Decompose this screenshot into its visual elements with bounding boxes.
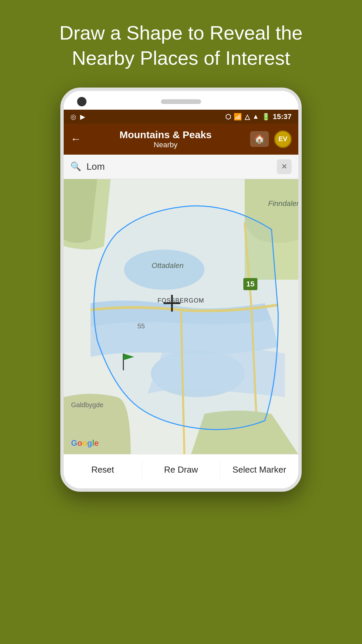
reset-button[interactable]: Reset bbox=[64, 461, 142, 478]
app-subtitle: Nearby bbox=[88, 141, 243, 149]
phone-camera bbox=[77, 97, 86, 106]
status-icon-gps: ⬡ bbox=[225, 113, 231, 121]
svg-text:Finndalen: Finndalen bbox=[268, 199, 298, 208]
status-right: ⬡ 📶 △ ▲ 🔋 15:37 bbox=[225, 112, 292, 121]
status-icon-signal1: △ bbox=[245, 113, 250, 121]
status-icon-location-dot: ◎ bbox=[70, 113, 76, 121]
bottom-bar: Reset Re Draw Select Marker bbox=[64, 454, 298, 488]
status-icon-wifi: 📶 bbox=[234, 113, 242, 121]
map-area[interactable]: 15 Ottadalen Finndalen FOSSBERGOM 55 Gal… bbox=[64, 179, 298, 454]
app-title: Mountains & Peaks bbox=[88, 129, 243, 141]
app-bar: ← Mountains & Peaks Nearby 🏠 EV bbox=[64, 124, 298, 155]
status-icon-signal2: ▲ bbox=[252, 113, 259, 120]
svg-text:FOSSBERGOM: FOSSBERGOM bbox=[158, 297, 204, 304]
status-time: 15:37 bbox=[273, 112, 292, 121]
headline: Draw a Shape to Reveal the Nearby Places… bbox=[0, 0, 362, 84]
status-icon-battery: 🔋 bbox=[262, 113, 270, 121]
phone-speaker bbox=[161, 99, 201, 104]
search-icon: 🔍 bbox=[70, 161, 81, 172]
search-clear-button[interactable]: ✕ bbox=[277, 159, 292, 174]
back-button[interactable]: ← bbox=[70, 133, 81, 145]
select-marker-button[interactable]: Select Marker bbox=[220, 461, 298, 478]
app-bar-icons: 🏠 EV bbox=[250, 130, 292, 148]
search-input[interactable] bbox=[86, 161, 272, 172]
svg-text:15: 15 bbox=[246, 280, 254, 288]
ev-badge: EV bbox=[274, 130, 292, 148]
app-bar-title: Mountains & Peaks Nearby bbox=[88, 129, 243, 149]
redraw-button[interactable]: Re Draw bbox=[142, 461, 220, 478]
home-button[interactable]: 🏠 bbox=[250, 131, 269, 147]
svg-text:Galdbygde: Galdbygde bbox=[71, 401, 104, 409]
svg-text:55: 55 bbox=[137, 322, 145, 330]
status-bar: ◎ ▶ ⬡ 📶 △ ▲ 🔋 15:37 bbox=[64, 110, 298, 124]
status-left: ◎ ▶ bbox=[70, 113, 85, 121]
phone: ◎ ▶ ⬡ 📶 △ ▲ 🔋 15:37 ← Mountains & Peaks … bbox=[60, 88, 302, 492]
svg-text:Ottadalen: Ottadalen bbox=[152, 261, 183, 270]
svg-text:Google: Google bbox=[71, 438, 99, 447]
phone-wrapper: ◎ ▶ ⬡ 📶 △ ▲ 🔋 15:37 ← Mountains & Peaks … bbox=[0, 84, 362, 492]
map-svg: 15 Ottadalen Finndalen FOSSBERGOM 55 Gal… bbox=[64, 179, 298, 454]
phone-top-bar bbox=[64, 91, 298, 110]
status-icon-notification: ▶ bbox=[80, 113, 85, 121]
search-bar: 🔍 ✕ bbox=[64, 155, 298, 179]
